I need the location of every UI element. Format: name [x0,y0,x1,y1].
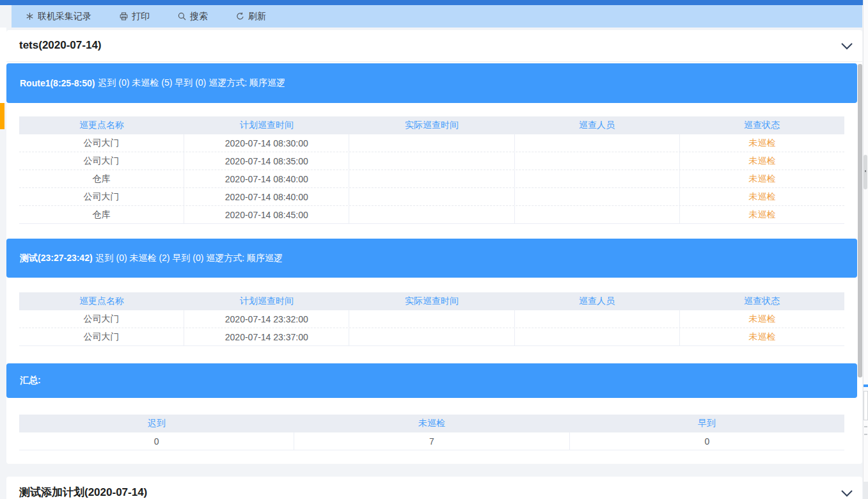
table-header-row: 巡更点名称 计划巡查时间 实际巡查时间 巡查人员 巡查状态 [19,292,844,310]
refresh-icon [236,12,244,20]
route2-name: 测试(23:27-23:42) [20,253,93,264]
cell-person [515,328,680,345]
cell-actual [349,170,514,187]
print-icon [120,12,128,20]
print-button[interactable]: 打印 [111,5,159,28]
cell-person [515,152,680,170]
table-row: 公司大门 2020-07-14 23:32:00 未巡检 [19,310,844,328]
route2-stats: 迟到 (0) 未巡检 (2) 早到 (0) 巡逻方式: 顺序巡逻 [96,253,283,264]
cell-point: 公司大门 [19,152,184,170]
collect-records-button[interactable]: 联机采集记录 [17,5,100,28]
edge-artifact-dash [864,434,867,435]
cell-point: 仓库 [19,170,184,187]
cell-status: 未巡检 [680,328,844,345]
col-point-name[interactable]: 巡更点名称 [19,120,184,131]
next-report-title[interactable]: 测试添加计划(2020-07-14) [19,485,147,499]
edge-artifact-box [864,391,868,420]
edge-artifact-block [863,482,868,499]
cell-status: 未巡检 [680,134,844,152]
cell-point: 公司大门 [19,134,184,152]
col-status[interactable]: 巡查状态 [679,120,844,131]
table-row: 公司大门 2020-07-14 08:30:00 未巡检 [19,134,844,152]
col-point-name[interactable]: 巡更点名称 [19,296,184,307]
cell-planned: 2020-07-14 08:40:00 [184,170,349,187]
cell-planned: 2020-07-14 23:37:00 [184,328,349,345]
col-early[interactable]: 早到 [569,418,844,429]
route2-banner: 测试(23:27-23:42) 迟到 (0) 未巡检 (2) 早到 (0) 巡逻… [6,239,857,278]
cell-person [515,170,680,187]
refresh-button[interactable]: 刷新 [227,5,275,28]
table-row: 公司大门 2020-07-14 08:40:00 未巡检 [19,188,844,206]
window-scrollbar-thumb[interactable] [864,155,867,189]
report-title[interactable]: tets(2020-07-14) [19,39,102,52]
window-top-strip [0,0,868,5]
col-person[interactable]: 巡查人员 [514,296,679,307]
cell-point: 公司大门 [19,328,184,345]
cell-actual [349,328,514,345]
cell-status: 未巡检 [680,188,844,205]
cell-person [515,206,680,223]
col-planned-time[interactable]: 计划巡查时间 [184,120,349,131]
search-label: 搜索 [190,11,208,22]
cell-actual [349,206,514,223]
cell-status: 未巡检 [680,170,844,187]
search-button[interactable]: 搜索 [169,5,217,28]
summary-header-row: 迟到 未巡检 早到 [19,415,844,432]
cell-person [515,310,680,328]
route1-stats: 迟到 (0) 未巡检 (5) 早到 (0) 巡逻方式: 顺序巡逻 [98,77,285,89]
edge-artifact-blue-tick [864,384,868,387]
content-scrollbar-thumb[interactable] [858,64,862,377]
cell-status: 未巡检 [680,152,844,170]
cell-actual [349,134,514,152]
refresh-label: 刷新 [248,11,266,22]
cell-planned: 2020-07-14 08:45:00 [184,206,349,223]
cell-actual [349,152,514,170]
window-scrollbar-track[interactable] [863,0,868,499]
collapse-report-chevron-down-icon[interactable] [840,42,853,51]
col-missed[interactable]: 未巡检 [294,418,569,429]
collect-records-icon [26,12,34,20]
missed-count: 7 [294,432,569,450]
search-icon [178,12,186,20]
left-margin [0,28,6,103]
table-row: 仓库 2020-07-14 08:40:00 未巡检 [19,170,844,188]
col-late[interactable]: 迟到 [19,418,294,429]
route1-name: Route1(8:25-8:50) [20,78,95,88]
cell-status: 未巡检 [680,206,844,223]
side-tab[interactable] [0,103,4,129]
cell-point: 公司大门 [19,188,184,205]
cell-status: 未巡检 [680,310,844,328]
cell-actual [349,188,514,205]
col-planned-time[interactable]: 计划巡查时间 [184,296,349,307]
table-row: 仓库 2020-07-14 08:45:00 未巡检 [19,206,844,224]
report-header-divider [6,61,862,62]
col-person[interactable]: 巡查人员 [514,120,679,131]
cell-person [515,188,680,205]
route2-table: 巡更点名称 计划巡查时间 实际巡查时间 巡查人员 巡查状态 公司大门 2020-… [19,292,844,346]
print-label: 打印 [132,11,150,22]
cell-planned: 2020-07-14 08:30:00 [184,134,349,152]
col-status[interactable]: 巡查状态 [679,296,844,307]
cell-planned: 2020-07-14 08:40:00 [184,188,349,205]
cell-person [515,134,680,152]
summary-label: 汇总: [20,375,41,386]
table-row: 公司大门 2020-07-14 23:37:00 未巡检 [19,328,844,346]
col-actual-time[interactable]: 实际巡查时间 [349,120,514,131]
collapse-next-report-chevron-down-icon[interactable] [840,489,853,498]
table-header-row: 巡更点名称 计划巡查时间 实际巡查时间 巡查人员 巡查状态 [19,116,844,134]
toolbar: 联机采集记录 打印 搜索 刷新 [12,5,862,28]
summary-value-row: 0 7 0 [19,432,844,450]
cell-planned: 2020-07-14 23:32:00 [184,310,349,328]
cell-actual [349,310,514,328]
cell-point: 公司大门 [19,310,184,328]
early-count: 0 [570,432,844,450]
late-count: 0 [19,432,294,450]
summary-table: 迟到 未巡检 早到 0 7 0 [19,415,844,450]
collect-records-label: 联机采集记录 [38,11,91,22]
cell-planned: 2020-07-14 08:35:00 [184,152,349,170]
table-row: 公司大门 2020-07-14 08:35:00 未巡检 [19,152,844,170]
summary-banner: 汇总: [6,363,857,398]
edge-artifact-dash [864,426,867,427]
route1-table: 巡更点名称 计划巡查时间 实际巡查时间 巡查人员 巡查状态 公司大门 2020-… [19,116,844,224]
col-actual-time[interactable]: 实际巡查时间 [349,296,514,307]
